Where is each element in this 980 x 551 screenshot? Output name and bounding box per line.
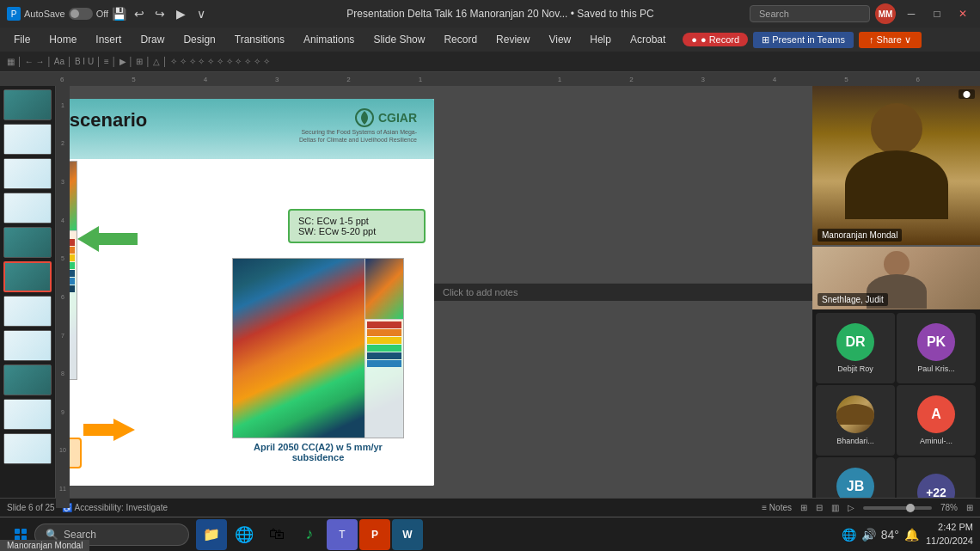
taskbar-app-store[interactable]: 🛍	[261, 519, 292, 550]
redo-icon[interactable]: ↪	[153, 7, 167, 21]
slide-background: Peak salinity in rivers: current & futur…	[56, 99, 434, 486]
participant-dr: DR Debjit Roy	[816, 313, 895, 383]
menu-acrobat[interactable]: Acrobat	[622, 31, 674, 48]
powerpoint-logo: P	[7, 7, 21, 21]
share-button[interactable]: ↑ Share ∨	[859, 32, 922, 48]
slide-thumb-1[interactable]	[3, 89, 52, 120]
slide-thumb-6[interactable]	[3, 261, 52, 292]
title-bar: P AutoSave Off 💾 ↩ ↪ ▶ ∨ Presentation De…	[0, 0, 980, 28]
notes-area[interactable]: Click to add notes	[434, 283, 812, 301]
slide-thumb-3[interactable]	[3, 158, 52, 189]
slide-thumbnail-container-1[interactable]: 1	[3, 89, 52, 120]
main-video-name: Manoranjan Mondal	[818, 229, 902, 242]
slide-thumb-2[interactable]	[3, 124, 52, 155]
maximize-button[interactable]: □	[927, 3, 947, 24]
slide-thumbnail-container-4[interactable]: 4	[3, 193, 52, 223]
view-normal-icon[interactable]: ⊞	[800, 503, 807, 512]
taskbar-app-word[interactable]: W	[392, 519, 423, 550]
taskbar-clock[interactable]: 2:42 PM 11/20/2024	[926, 521, 973, 548]
autosave-toggle[interactable]	[69, 8, 93, 20]
user-avatar[interactable]: MM	[875, 3, 896, 24]
view-reading-icon[interactable]: ▥	[831, 503, 839, 512]
save-icon[interactable]: 💾	[112, 7, 126, 21]
green-arrow-area	[77, 226, 138, 252]
search-box[interactable]: Search	[750, 5, 870, 22]
participant-more[interactable]: +22	[897, 457, 976, 498]
menu-slideshow[interactable]: Slide Show	[364, 31, 433, 48]
taskbar-app-powerpoint[interactable]: P	[359, 519, 390, 550]
slide-panel[interactable]: 1 2 3 4 5 6 7 8	[0, 86, 56, 498]
orange-arrow-icon	[83, 419, 135, 441]
menu-bar: File Home Insert Draw Design Transitions…	[0, 28, 980, 52]
menu-insert[interactable]: Insert	[87, 31, 130, 48]
minimize-button[interactable]: ─	[901, 3, 922, 24]
slide-thumbnail-container-5[interactable]: 5	[3, 227, 52, 258]
network-icon[interactable]: 🌐	[842, 528, 856, 542]
volume-icon[interactable]: 🔊	[861, 528, 876, 542]
taskbar-app-edge[interactable]: 🌐	[229, 519, 260, 550]
teams-icon: T	[339, 529, 345, 541]
menu-draw[interactable]: Draw	[132, 31, 173, 48]
slide-thumbnail-container-2[interactable]: 2	[3, 124, 52, 155]
menu-bar-right: ● ● Record ⊞ Present in Teams ↑ Share ∨	[683, 32, 922, 48]
close-button[interactable]: ✕	[952, 3, 973, 24]
slide-thumbnail-container-10[interactable]: 10	[3, 399, 52, 430]
slide-thumbnail-container-3[interactable]: 3	[3, 158, 52, 189]
legend-2050	[364, 319, 403, 438]
person-head-main	[871, 103, 922, 155]
sc-sw-top-box: SC: ECw 1-5 ppt SW: ECw 5-20 ppt	[288, 209, 426, 243]
taskbar-date-text: 11/20/2024	[926, 535, 973, 548]
fit-icon[interactable]: ⊞	[966, 503, 973, 512]
zoom-slider[interactable]	[863, 506, 932, 510]
menu-home[interactable]: Home	[40, 31, 85, 48]
taskbar-app-spotify[interactable]: ♪	[294, 519, 325, 550]
menu-record[interactable]: Record	[435, 31, 486, 48]
view-presenter-icon[interactable]: ▷	[848, 503, 854, 512]
video-feed-main-bg	[812, 86, 980, 245]
formatting-toolbar: ▦ │ ← → │ Aa │ B I U │ ≡ │ ▶ │ ⊞ │ △ │ ✧…	[0, 52, 980, 72]
notification-icon[interactable]: 🔔	[904, 528, 919, 542]
menu-animations[interactable]: Animations	[295, 31, 363, 48]
autosave-off: Off	[96, 9, 108, 19]
slide-editing-area[interactable]: 1234567891011 Peak salinity in rivers: c…	[56, 86, 812, 498]
slide-thumb-4[interactable]	[3, 193, 52, 223]
present-icon[interactable]: ▶	[174, 7, 187, 21]
view-slide-sorter-icon[interactable]: ⊟	[816, 503, 823, 512]
slide-thumbnail-container-9[interactable]: 9	[3, 364, 52, 395]
more-icon[interactable]: ∨	[194, 7, 208, 21]
slide-thumbnail-container-8[interactable]: 8	[3, 330, 52, 361]
slide-thumb-8[interactable]	[3, 330, 52, 361]
win-cell-1	[15, 529, 20, 534]
slide-thumb-7[interactable]	[3, 296, 52, 327]
map-2050-section: April 2050 CC(A2) w 5 mm/yr subsidence	[232, 258, 426, 462]
slide-thumb-11[interactable]	[3, 433, 52, 464]
taskbar-app-explorer[interactable]: 📁	[196, 519, 227, 550]
undo-icon[interactable]: ↩	[132, 7, 146, 21]
slide-thumbnail-container-6[interactable]: 6	[3, 261, 52, 292]
zoom-thumb	[906, 504, 915, 512]
menu-view[interactable]: View	[540, 31, 579, 48]
slide-thumbnail-container-11[interactable]: 11	[3, 433, 52, 464]
right-panel: ⬤ Manoranjan Mondal Snethlage, Judit DR …	[812, 86, 980, 498]
share-label: ↑ Share ∨	[869, 34, 911, 46]
record-button[interactable]: ● ● Record	[683, 33, 748, 46]
menu-file[interactable]: File	[5, 31, 39, 48]
slide-thumb-10[interactable]	[3, 399, 52, 430]
menu-review[interactable]: Review	[487, 31, 538, 48]
slide-thumbnail-container-7[interactable]: 7	[3, 296, 52, 327]
cgiar-logo-area: CGIAR Securing the Food Systems of Asian…	[288, 107, 417, 144]
slide-thumb-5[interactable]	[3, 227, 52, 258]
slide-thumb-9[interactable]	[3, 364, 52, 395]
vertical-ruler: 1234567891011	[56, 86, 70, 498]
taskbar-app-teams[interactable]: T	[327, 519, 358, 550]
notes-icon[interactable]: ≡ Notes	[762, 503, 792, 512]
win-cell-2	[21, 529, 27, 534]
menu-help[interactable]: Help	[581, 31, 620, 48]
system-tray: 🌐 🔊 84° 🔔	[842, 528, 919, 542]
menu-design[interactable]: Design	[175, 31, 224, 48]
slide-content[interactable]: Peak salinity in rivers: current & futur…	[56, 99, 434, 486]
name-bhandari: Bhandari...	[833, 437, 878, 445]
menu-transitions[interactable]: Transitions	[226, 31, 293, 48]
present-in-teams-button[interactable]: ⊞ Present in Teams	[753, 32, 854, 48]
video-feed-second: Snethlage, Judit	[812, 245, 980, 309]
